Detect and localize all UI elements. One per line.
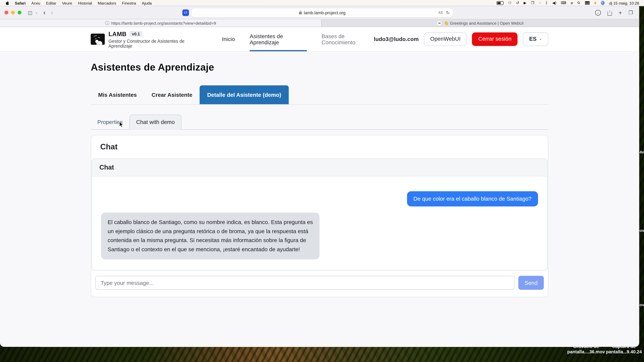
app-status-icon[interactable]: ⚇ [508,1,512,5]
user-email: ludo3@ludo.com [374,36,419,42]
desktop-file-label-line2: pantalla...9.40.24 [605,349,643,355]
main-content: Asistentes de Aprendizaje Mis Asistentes… [0,52,639,347]
playback-icon[interactable]: ▶ [524,1,526,5]
menu-bar-clock[interactable]: dj 15 maig, 10:28 [609,1,639,5]
tab-title: https://lamb.lamb-project.org/assistants… [111,21,216,25]
chat-card-title: Chat [91,135,548,158]
safari-window: ◫ ⌄ ‹ › LT lamb.lamb-project.org A文 ↻ ↓ … [0,6,639,347]
languagetool-extension-icon[interactable]: LT [182,9,189,16]
menu-item-historial[interactable]: Historial [78,1,92,5]
lock-icon [299,12,302,14]
chat-panel-title: Chat [92,159,547,176]
screen: Gravació de pantalla....36.mov Captura d… [0,0,644,362]
menu-item-safari[interactable]: Safari [15,1,26,5]
lamb-logo[interactable] [91,34,105,45]
spotlight-icon[interactable]: ⚲ [576,0,581,5]
desktop-edge-label-fragment: 4v [640,150,644,154]
volume-icon[interactable]: ◀) [552,1,556,5]
back-button[interactable]: ‹ [44,9,46,16]
macos-menu-bar: Safari Arxiu Editar Veure Historial Marc… [0,0,644,6]
tab-overview-icon[interactable]: ❐ [628,10,633,16]
share-arrow-glyph: ↑ [608,9,612,13]
tab-favicon: S [105,21,109,25]
assistant-message-bubble: El caballo blanco de Santiago, como su n… [101,213,320,259]
tab-detalle-asistente[interactable]: Detalle del Asistente (demo) [200,85,288,104]
sidebar-toggle-icon[interactable]: ◫ [28,10,32,15]
browser-tab-openwebui[interactable]: OI 👋 Greetings and Assistance | Open Web… [322,19,639,27]
site-nav: Inicio Asistentes de Aprendizaje Bases d… [222,27,374,51]
subtab-chat[interactable]: Chat with demo [129,114,182,130]
sidebar-chevron-icon[interactable]: ⌄ [35,11,38,14]
language-code: ES [529,36,536,42]
close-window-button[interactable] [4,11,8,14]
site-header: LAMB v0.1 Gestor y Constructor de Asiste… [0,27,639,52]
tab-crear-asistente[interactable]: Crear Asistente [144,85,200,104]
keyboard-icon[interactable]: ⌨ [561,1,566,5]
detail-subtabs: Properties Chat with demo [91,114,548,130]
logout-button[interactable]: Cerrar sesión [472,32,518,46]
chat-panel: Chat De que color era el caballo blanco … [92,158,548,270]
time-machine-icon[interactable]: ↺ [516,1,519,5]
desktop-file-label-line2: pantalla....36.mov [567,349,605,355]
language-selector[interactable]: ES ⌄ [523,32,548,46]
desktop-edge-label-fragment: ov [640,228,644,233]
menu-item-veure[interactable]: Veure [62,1,72,5]
message-input[interactable] [95,276,515,290]
translate-icon[interactable]: A文 [438,11,443,15]
downloads-icon[interactable]: ↓ [595,10,601,16]
version-badge: v0.1 [130,31,142,37]
wifi-off-icon[interactable]: ⌀ [571,1,573,5]
menu-item-marcadors[interactable]: Marcadors [98,1,116,5]
zoom-window-button[interactable] [18,11,21,14]
brand-tagline: Gestor y Constructor de Asistentes de Ap… [108,38,202,48]
browser-tab-strip: S https://lamb.lamb-project.org/assistan… [0,19,639,27]
mic-indicator-dot [594,2,596,4]
apple-menu-icon[interactable] [5,0,9,5]
message-list: De que color era el caballo blanco de Sa… [92,176,547,270]
desktop-edge-label-fragment: ov [640,303,644,307]
menu-item-finestra[interactable]: Finestra [122,1,136,5]
siri-icon[interactable] [601,1,605,5]
chat-card: Chat Chat De que color era el caballo bl… [91,135,548,297]
chat-input-row: Send [91,270,548,297]
control-center-icon[interactable] [585,1,590,5]
tab-favicon: OI [437,21,442,25]
menu-item-editar[interactable]: Editar [46,1,56,5]
user-message-bubble: De que color era el caballo blanco de Sa… [407,191,538,206]
chevron-down-icon: ⌄ [539,37,542,41]
tab-mis-asistentes[interactable]: Mis Asistentes [91,85,144,104]
browser-tab-lamb[interactable]: S https://lamb.lamb-project.org/assistan… [0,19,322,27]
assistant-tabs: Mis Asistentes Crear Asistente Detalle d… [91,85,548,105]
share-icon[interactable]: ↑ [608,10,612,15]
bluetooth-icon[interactable]: ᛒ [546,1,548,5]
minimize-window-button[interactable] [11,11,14,14]
send-button[interactable]: Send [518,276,544,290]
brand-name: LAMB [108,30,126,37]
openwebui-button[interactable]: OpenWebUI [424,32,467,46]
window-controls [0,11,21,14]
menu-item-arxiu[interactable]: Arxiu [32,1,40,5]
nav-item-bases[interactable]: Bases de Conocimiento [322,27,374,51]
page-title: Asistentes de Aprendizaje [91,52,548,73]
airdrop-icon[interactable]: ◌ [539,1,541,5]
new-tab-button[interactable]: + [618,9,622,16]
screen-mirroring-icon[interactable]: ❐ [531,1,534,5]
forward-button[interactable]: › [51,9,53,16]
menu-item-ajuda[interactable]: Ajuda [142,1,152,5]
browser-toolbar: ◫ ⌄ ‹ › LT lamb.lamb-project.org A文 ↻ ↓ … [0,6,639,19]
address-bar[interactable]: lamb.lamb-project.org A文 ↻ [191,8,453,17]
url-text: lamb.lamb-project.org [304,10,346,15]
nav-item-inicio[interactable]: Inicio [222,27,235,51]
reload-icon[interactable]: ↻ [446,10,450,15]
nav-item-asistentes[interactable]: Asistentes de Aprendizaje [250,27,307,51]
tab-title: 👋 Greetings and Assistance | Open WebUI [444,21,524,25]
battery-icon[interactable] [497,1,504,5]
mouse-cursor [119,121,124,128]
